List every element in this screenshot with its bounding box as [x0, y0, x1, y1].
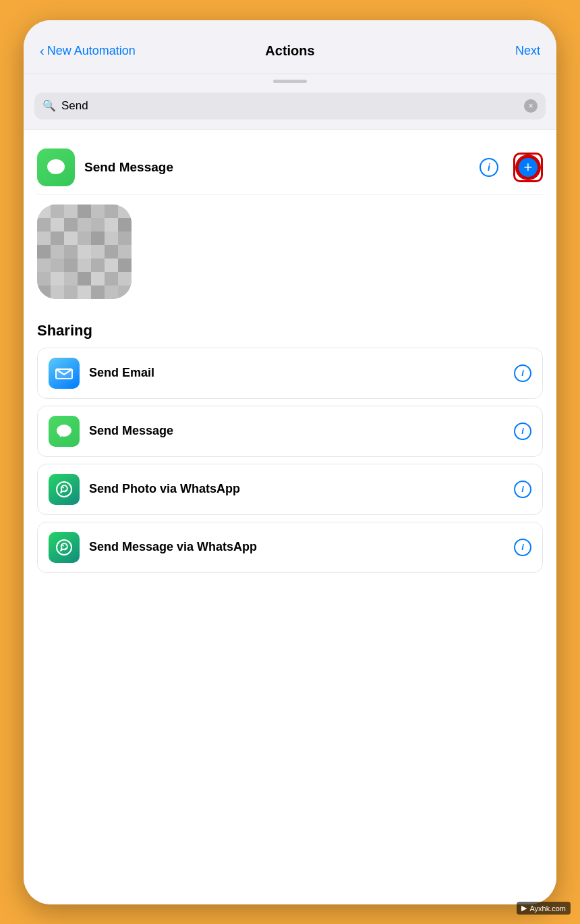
sharing-section-title: Sharing — [37, 322, 543, 339]
play-icon: ▶ — [521, 904, 527, 913]
search-area: 🔍 × — [24, 90, 556, 129]
watermark-text: Ayxhk.com — [529, 904, 566, 913]
add-button-highlight: + — [513, 153, 543, 182]
list-item-info-button[interactable]: i — [514, 481, 531, 498]
list-item-label: Send Email — [89, 366, 504, 380]
drag-bar-area — [24, 74, 556, 90]
sharing-list: Send Email i Send Message i — [37, 348, 543, 573]
list-item[interactable]: Send Photo via WhatsApp i — [37, 464, 543, 515]
list-item-label: Send Photo via WhatsApp — [89, 482, 504, 496]
svg-point-4 — [57, 425, 71, 437]
watermark: ▶ Ayxhk.com — [517, 902, 571, 915]
content-area: Send Message i + S — [24, 130, 556, 904]
list-item[interactable]: Send Message via WhatsApp i — [37, 522, 543, 573]
back-button[interactable]: ‹ New Automation — [40, 43, 136, 59]
header: ‹ New Automation Actions Next — [24, 20, 556, 74]
search-bar: 🔍 × — [34, 92, 546, 119]
search-input[interactable] — [61, 99, 519, 113]
list-item-label: Send Message — [89, 424, 504, 438]
top-result-section: Send Message i + — [24, 130, 556, 299]
list-item-info-button[interactable]: i — [514, 539, 531, 556]
search-clear-button[interactable]: × — [524, 99, 538, 113]
svg-point-6 — [57, 482, 71, 497]
messages-app-icon — [37, 148, 75, 186]
sharing-section: Sharing Send Email i — [24, 308, 556, 578]
phone-container: ‹ New Automation Actions Next 🔍 × — [24, 20, 556, 904]
list-item[interactable]: Send Message i — [37, 406, 543, 457]
messages-app-icon-2 — [49, 416, 80, 447]
whatsapp-app-icon-2 — [49, 532, 80, 563]
back-label: New Automation — [47, 44, 136, 58]
drag-bar — [273, 80, 307, 83]
mail-app-icon — [49, 358, 80, 389]
top-result-item[interactable]: Send Message i + — [37, 140, 543, 195]
page-title: Actions — [265, 43, 314, 59]
add-button[interactable]: + — [517, 156, 540, 179]
top-result-label: Send Message — [84, 160, 470, 175]
list-item-info-button[interactable]: i — [514, 364, 531, 382]
whatsapp-app-icon — [49, 474, 80, 505]
search-icon: 🔍 — [42, 99, 56, 112]
blurred-icon-placeholder — [37, 205, 132, 299]
top-result-info-button[interactable]: i — [480, 158, 498, 177]
svg-point-0 — [47, 159, 65, 174]
svg-point-7 — [57, 540, 71, 555]
list-item-info-button[interactable]: i — [514, 423, 531, 440]
chevron-left-icon: ‹ — [40, 43, 45, 59]
list-item[interactable]: Send Email i — [37, 348, 543, 399]
next-button[interactable]: Next — [515, 44, 540, 58]
list-item-label: Send Message via WhatsApp — [89, 540, 504, 554]
